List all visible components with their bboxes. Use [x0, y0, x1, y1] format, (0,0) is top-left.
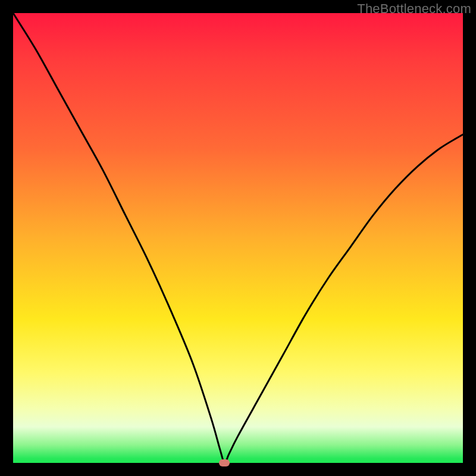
watermark-text: TheBottleneck.com	[357, 1, 471, 17]
chart-frame: TheBottleneck.com	[0, 0, 476, 476]
plot-area	[13, 13, 463, 463]
bottleneck-curve	[13, 13, 463, 463]
minimum-marker	[219, 459, 230, 466]
